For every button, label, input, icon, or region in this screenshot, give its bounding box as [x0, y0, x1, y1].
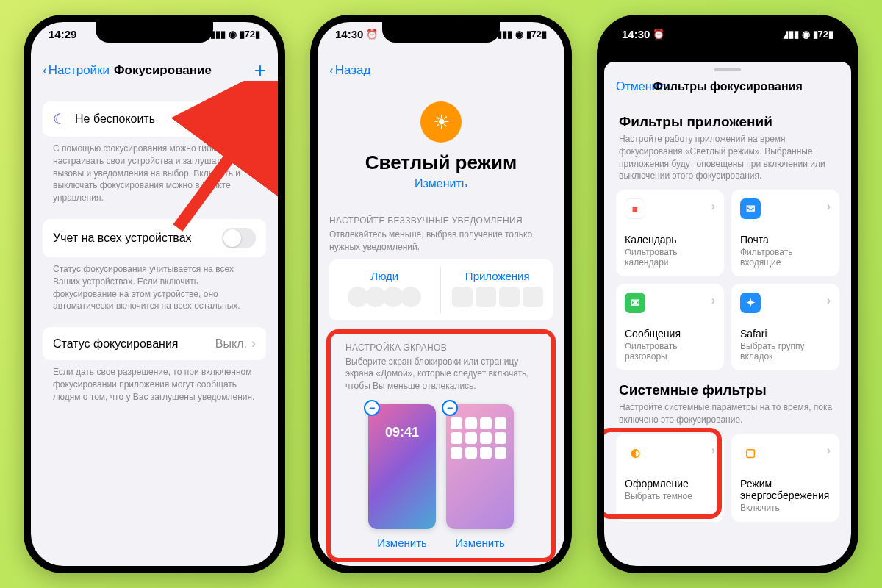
tile-label: Оформление [625, 478, 715, 490]
share-toggle[interactable] [222, 228, 256, 248]
moon-icon: ☾ [53, 110, 66, 128]
nav-title: Фокусирование [114, 63, 212, 78]
alarm-icon: ⏰ [653, 29, 664, 40]
back-button[interactable]: ‹ Назад [329, 63, 370, 78]
focus-status-row[interactable]: Статус фокусирования Выкл. › [43, 327, 266, 360]
tile-safari[interactable]: ✦ › Safari Выбрать группу вкладок [731, 284, 839, 370]
chevron-right-icon: › [711, 294, 715, 307]
system-filters-title: Системные фильтры [604, 370, 851, 401]
alarm-icon: ⏰ [366, 29, 378, 40]
focus-status-footer: Если дать свое разрешение, то при включе… [43, 360, 266, 403]
status-time: 14:30 [335, 28, 363, 40]
battery-low-icon: ▢ [740, 442, 761, 463]
screens-sub: Выберите экран блокировки или страницу э… [334, 356, 548, 398]
tile-sub: Выбрать группу вкладок [740, 341, 831, 362]
nav-bar: ‹ Назад [318, 54, 564, 87]
allow-grid: Люди Приложения [329, 259, 553, 320]
tile-low-power[interactable]: ▢ › Режим энергосбережения Включить [731, 434, 839, 522]
focus-status-value: Выкл. [215, 337, 247, 351]
back-label: Настройки [49, 63, 110, 78]
tile-appearance[interactable]: ◐ › Оформление Выбрать темное [616, 434, 724, 522]
change-home-button[interactable]: Изменить [446, 537, 514, 549]
notifications-header: НАСТРОЙТЕ БЕЗЗВУЧНЫЕ УВЕДОМЛЕНИЯ [318, 198, 564, 229]
tile-label: Почта [740, 234, 831, 245]
focus-status-label: Статус фокусирования [53, 337, 178, 351]
people-label: Люди [329, 270, 440, 282]
tile-sub: Фильтровать разговоры [625, 341, 715, 362]
dnd-label: Не беспокоить [75, 112, 155, 126]
status-time: 14:29 [49, 28, 76, 40]
chevron-left-icon: ‹ [43, 63, 47, 78]
calendar-icon: ▦ [625, 198, 645, 219]
back-button[interactable]: ‹ Настройки Фокусирование [43, 63, 212, 78]
tile-label: Календарь [625, 234, 715, 245]
safari-icon: ✦ [740, 293, 761, 313]
battery-icon: ▮72▮ [813, 29, 833, 40]
annotation-highlight-box: НАСТРОЙКА ЭКРАНОВ Выберите экран блокиро… [326, 329, 556, 562]
cancel-button[interactable]: Отменить [616, 80, 670, 93]
notch [96, 22, 213, 43]
tile-label: Safari [740, 328, 831, 340]
chevron-right-icon: › [827, 200, 831, 213]
share-across-devices-row[interactable]: Учет на всех устройствах [43, 219, 266, 257]
app-filters-sub: Настройте работу приложений на время фок… [604, 133, 851, 190]
tile-sub: Выбрать темное [625, 491, 715, 501]
share-footer: Статус фокусирования учитывается на всех… [43, 257, 266, 312]
sun-icon: ☀ [420, 101, 462, 143]
tile-calendar[interactable]: ▦ › Календарь Фильтровать календари [616, 190, 724, 276]
wifi-icon: ◉ [802, 29, 810, 40]
battery-icon: ▮72▮ [526, 29, 547, 40]
phone-focus-detail: 14:30⏰ ▮▮▮▮ ◉ ▮72▮ ‹ Назад ☀ Светлый реж… [310, 15, 572, 573]
modal-nav: Отменить Фильтры фокусирования [604, 71, 851, 102]
tile-sub: Фильтровать входящие [740, 247, 831, 268]
notifications-sub: Отвлекайтесь меньше, выбрав получение то… [318, 229, 564, 259]
automation-header: АВТОВКЛЮЧЕНИЕ [318, 562, 564, 566]
tile-label: Режим энергосбережения [740, 478, 831, 501]
apps-button[interactable]: Приложения [442, 267, 553, 313]
phone-focus-filters: 14:30⏰ ▮▮▮▮ ◉ ▮72▮ Отменить Фильтры фоку… [597, 15, 858, 573]
tile-sub: Включить [740, 503, 831, 513]
home-screen-preview[interactable]: − Изменить [446, 404, 514, 549]
phone-focus-list: 14:29 ▮▮▮▮ ◉ ▮72▮ ‹ Настройки Фокусирова… [24, 15, 285, 573]
tile-sub: Фильтровать календари [625, 247, 715, 268]
chevron-right-icon: › [251, 336, 256, 351]
messages-icon: ✉ [625, 293, 645, 313]
chevron-left-icon: ‹ [329, 63, 334, 78]
system-filters-grid: ◐ › Оформление Выбрать темное ▢ › Режим … [604, 434, 851, 522]
share-label: Учет на всех устройствах [53, 232, 192, 245]
add-focus-button[interactable]: + [254, 63, 266, 78]
chevron-right-icon: › [827, 444, 831, 457]
tile-messages[interactable]: ✉ › Сообщения Фильтровать разговоры [616, 284, 724, 370]
dnd-footer: С помощью фокусирования можно гибко наст… [43, 137, 266, 204]
status-time: 14:30 [622, 28, 650, 40]
app-filters-grid: ▦ › Календарь Фильтровать календари ✉ › … [604, 190, 851, 370]
nav-bar: ‹ Настройки Фокусирование + [31, 54, 278, 87]
dnd-row[interactable]: ☾ Не беспокоить › [43, 101, 266, 137]
app-filters-title: Фильтры приложений [604, 102, 851, 133]
chevron-right-icon: › [827, 294, 831, 307]
change-name-button[interactable]: Изменить [318, 177, 564, 190]
notch [382, 22, 500, 43]
people-button[interactable]: Люди [329, 267, 441, 313]
wifi-icon: ◉ [515, 29, 523, 40]
remove-badge-icon[interactable]: − [442, 400, 458, 416]
chevron-right-icon: › [711, 444, 715, 457]
notch [669, 22, 786, 43]
tile-mail[interactable]: ✉ › Почта Фильтровать входящие [731, 190, 839, 276]
mail-icon: ✉ [740, 198, 761, 219]
focus-hero: ☀ Светлый режим Изменить [318, 87, 564, 198]
lock-screen-preview[interactable]: − 09:41 Изменить [368, 404, 436, 549]
chevron-right-icon: › [711, 200, 715, 213]
system-filters-sub: Настройте системные параметры на то врем… [604, 401, 851, 434]
focus-name: Светлый режим [318, 151, 564, 174]
chevron-right-icon: › [251, 112, 256, 127]
battery-icon: ▮72▮ [240, 29, 260, 40]
apps-label: Приложения [442, 270, 553, 282]
change-lock-button[interactable]: Изменить [368, 537, 436, 549]
remove-badge-icon[interactable]: − [364, 400, 380, 416]
wifi-icon: ◉ [229, 29, 237, 40]
screens-header: НАСТРОЙКА ЭКРАНОВ [334, 337, 548, 356]
appearance-icon: ◐ [625, 442, 645, 463]
tile-label: Сообщения [625, 328, 715, 340]
back-label: Назад [335, 63, 371, 78]
